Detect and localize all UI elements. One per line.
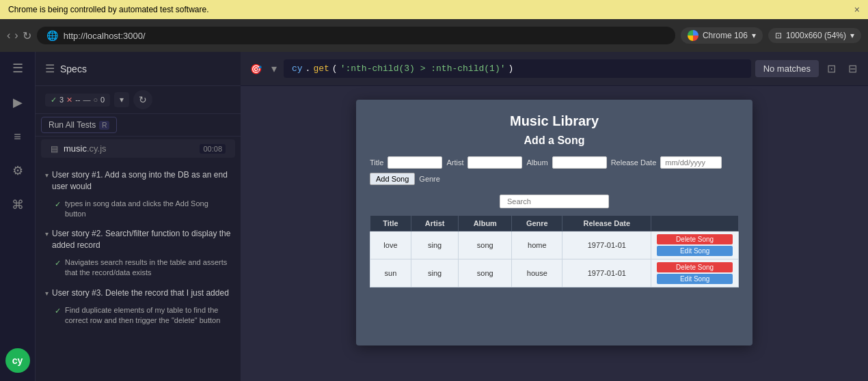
search-input[interactable] — [500, 195, 609, 208]
test-check-icon-1-1: ✓ — [55, 199, 61, 210]
row2-edit-btn[interactable]: Edit Song — [657, 274, 733, 284]
address-bar[interactable]: 🌐 http://localhost:3000/ — [37, 27, 675, 44]
specs-panel: ☰ Specs ✓ 3 ✕ -- — ○ 0 ▾ ↻ Run All Tests… — [36, 52, 241, 381]
album-input[interactable] — [552, 156, 607, 169]
cypress-logo[interactable]: cy — [5, 348, 30, 373]
row2-delete-btn[interactable]: Delete Song — [657, 262, 733, 272]
sidebar-icon-command[interactable]: ⌘ — [7, 194, 29, 216]
cmd-cy: cy — [292, 63, 303, 74]
test-label-1-1: types in song data and clicks the Add So… — [65, 199, 231, 220]
test-case-1-1: ✓ types in song data and clicks the Add … — [36, 196, 241, 223]
col-album: Album — [459, 216, 512, 231]
specs-controls: ✓ 3 ✕ -- — ○ 0 ▾ ↻ — [36, 86, 241, 114]
add-song-submit-btn[interactable]: Add Song — [370, 173, 415, 185]
main-layout: ☰ ▶ ≡ ⚙ ⌘ cy ☰ Specs ✓ 3 ✕ -- — ○ 0 ▾ ↻ — [0, 52, 868, 381]
story-header-1[interactable]: ▾ User story #1. Add a song into the DB … — [36, 166, 241, 196]
story-header-2[interactable]: ▾ User story #2. Search/filter function … — [36, 225, 241, 255]
story-group-2: ▾ User story #2. Search/filter function … — [36, 225, 241, 281]
row1-actions: Delete Song Edit Song — [651, 231, 739, 259]
row2-artist: sing — [411, 259, 458, 287]
album-label: Album — [526, 158, 547, 167]
specs-title: Specs — [60, 63, 87, 74]
command-selector: cy . get ( ':nth-child(3) > :nth-child(1… — [284, 59, 751, 78]
row1-edit-btn[interactable]: Edit Song — [657, 246, 733, 256]
automation-close-btn[interactable]: × — [854, 4, 860, 15]
row2-album: song — [459, 259, 512, 287]
sidebar-icon-settings[interactable]: ⚙ — [7, 160, 29, 182]
run-all-label: Run All Tests — [49, 120, 96, 130]
spec-file-name: music.cy.js — [64, 143, 194, 154]
story-title-1: User story #1. Add a song into the DB as… — [52, 169, 231, 193]
row2-release-date: 1977-01-01 — [562, 259, 651, 287]
row1-delete-btn[interactable]: Delete Song — [657, 234, 733, 244]
add-song-form: Title Artist Album Release Date Add Song… — [370, 156, 739, 185]
x-count: -- — [75, 96, 80, 104]
row1-artist: sing — [411, 231, 458, 259]
row1-release-date: 1977-01-01 — [562, 231, 651, 259]
table-row: love sing song home 1977-01-01 Delete So… — [370, 231, 739, 259]
spec-file-item[interactable]: ▤ music.cy.js 00:08 — [41, 139, 235, 158]
sidebar-icon-run[interactable]: ▶ — [7, 91, 29, 113]
reload-icon[interactable]: ↻ — [23, 29, 31, 42]
cmd-method: get — [313, 63, 329, 74]
filter-dropdown-btn[interactable]: ▾ — [114, 92, 129, 107]
selector-pin-btn[interactable]: 🎯 — [247, 61, 265, 77]
release-date-label: Release Date — [611, 158, 657, 167]
test-label-2-1: Navigates search results in the table an… — [65, 257, 231, 279]
window-size-label: 1000x660 (54%) — [786, 31, 846, 40]
chrome-version-badge[interactable]: Chrome 106 ▾ — [681, 27, 763, 44]
add-song-subtitle: Add a Song — [370, 135, 739, 147]
chrome-dropdown-icon: ▾ — [752, 31, 756, 40]
cmd-dot: . — [306, 63, 311, 74]
col-title: Title — [370, 216, 411, 231]
test-case-2-1: ✓ Navigates search results in the table … — [36, 255, 241, 281]
pin-icon: 🎯 — [250, 63, 262, 74]
test-case-3-1: ✓ Find duplicate elements of my table to… — [36, 302, 241, 329]
row2-actions: Delete Song Edit Song — [651, 259, 739, 287]
music-library-title: Music Library — [370, 113, 739, 129]
genre-label: Genre — [419, 175, 440, 183]
story-group-1: ▾ User story #1. Add a song into the DB … — [36, 166, 241, 222]
test-check-icon-2-1: ✓ — [55, 258, 61, 268]
preview-area: Music Library Add a Song Title Artist Al… — [241, 86, 868, 381]
cmd-arg: ':nth-child(3) > :nth-child(1)' — [340, 63, 506, 74]
back-icon[interactable]: ‹ — [7, 29, 10, 42]
chevron-icon-2: ▾ — [45, 229, 49, 239]
globe-icon: 🌐 — [46, 30, 58, 41]
window-size-badge[interactable]: ⊡ 1000x660 (54%) ▾ — [768, 28, 861, 43]
window-icon: ⊡ — [775, 31, 782, 40]
automation-message: Chrome is being controlled by automated … — [8, 5, 208, 14]
refresh-btn[interactable]: ↻ — [133, 90, 152, 109]
specs-menu-icon: ☰ — [45, 62, 55, 75]
split-view-btn[interactable]: ⊟ — [844, 58, 861, 79]
story-header-3[interactable]: ▾ User story #3. Delete the record that … — [36, 284, 241, 302]
artist-label: Artist — [446, 158, 463, 167]
title-input[interactable] — [388, 156, 442, 169]
music-table: Title Artist Album Genre Release Date lo… — [370, 215, 739, 287]
spec-duration: 00:08 — [200, 144, 226, 154]
artist-input[interactable] — [467, 156, 522, 169]
chrome-label: Chrome 106 — [703, 31, 748, 40]
row1-album: song — [459, 231, 512, 259]
row1-title: love — [370, 231, 411, 259]
chevron-icon-3: ▾ — [45, 289, 49, 298]
sidebar-icon-file[interactable]: ☰ — [7, 57, 29, 79]
col-actions — [651, 216, 739, 231]
search-row — [370, 195, 739, 208]
browser-nav-icons: ‹ › ↻ — [7, 29, 31, 42]
selector-expand-btn[interactable]: ▾ — [269, 59, 280, 78]
spec-file-icon: ▤ — [51, 144, 58, 154]
app-preview: Music Library Add a Song Title Artist Al… — [356, 100, 752, 345]
forward-icon[interactable]: › — [14, 29, 18, 42]
copy-selector-btn[interactable]: ⊡ — [823, 58, 840, 79]
window-dropdown-icon: ▾ — [850, 31, 854, 40]
sidebar-icon-list[interactable]: ≡ — [7, 126, 29, 147]
run-all-tests-btn[interactable]: Run All Tests R — [41, 117, 117, 133]
copy-icon: ⊡ — [827, 62, 836, 75]
test-label-3-1: Find duplicate elements of my table to f… — [65, 305, 231, 326]
chrome-icon — [688, 30, 699, 41]
col-genre: Genre — [512, 216, 562, 231]
test-stories: ▾ User story #1. Add a song into the DB … — [36, 160, 241, 381]
command-bar: 🎯 ▾ cy . get ( ':nth-child(3) > :nth-chi… — [241, 52, 868, 86]
release-date-input[interactable] — [660, 156, 722, 169]
